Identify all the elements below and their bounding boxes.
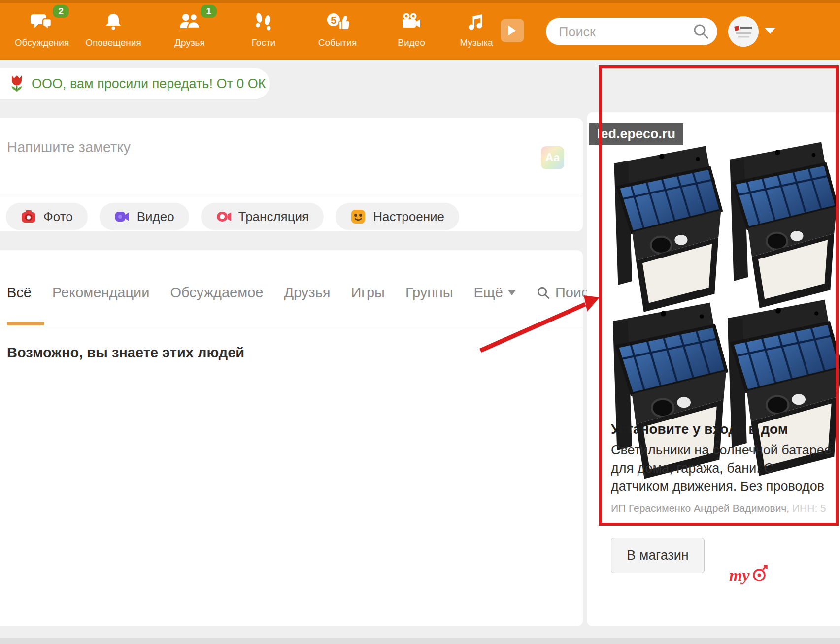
tab-recommendations[interactable]: Рекомендации [52,285,149,301]
divider [0,196,583,196]
action-label: Трансляция [238,209,309,225]
tab-more[interactable]: Ещё [474,285,516,301]
nav-label: Оповещения [76,37,150,48]
ad-title: Установите у входа в дом [611,421,788,437]
events-count: 5 [331,14,336,26]
action-label: Видео [137,209,174,225]
global-search [546,18,717,45]
user-avatar[interactable] [728,16,759,47]
active-tab-underline [7,322,44,325]
feed-card: Всё Рекомендации Обсуждаемое Друзья Игры… [0,250,583,626]
tab-search[interactable]: Поиск [537,285,595,301]
search-input[interactable] [558,23,693,41]
profile-menu-caret[interactable] [765,28,775,39]
top-navigation-bar: 2 Обсуждения Оповещения 1 Друзья [0,0,840,60]
sidebar-ad-card[interactable]: led.epeco.ru Установите у входа в дом Св… [587,112,840,626]
mood-smiley-icon [350,209,366,225]
broadcast-icon [216,209,232,225]
note-input[interactable]: Напишите заметку [7,139,131,156]
footprints-icon [227,8,301,36]
divider [0,327,583,327]
people-suggestions-heading: Возможно, вы знаете этих людей [7,345,244,361]
play-icon [508,25,521,36]
search-icon [537,286,550,300]
note-composer-card: Напишите заметку Aa Фото Видео [0,118,583,231]
nav-label: Гости [227,37,301,48]
nav-label: Видео [374,37,448,48]
search-icon[interactable] [693,23,709,40]
mini-player-button[interactable] [501,19,524,42]
shop-button[interactable]: В магазин [611,538,705,573]
feed-tabs: Всё Рекомендации Обсуждаемое Друзья Игры… [7,285,595,301]
tab-discussed[interactable]: Обсуждаемое [170,285,263,301]
nav-item-events[interactable]: 5 События [301,8,374,48]
ad-disclaimer: ИП Герасименко Андрей Вадимович, ИНН: 5 [611,502,826,514]
video-button[interactable]: Видео [100,203,189,230]
svg-text:my: my [729,566,750,584]
composer-actions: Фото Видео Трансляция Настрое [6,203,459,230]
nav-label: Обсуждения [5,37,79,48]
tab-friends[interactable]: Друзья [284,285,330,301]
text-style-button[interactable]: Aa [541,146,564,169]
action-label: Настроение [373,209,444,225]
nav-label: Друзья [153,37,227,48]
nav-item-video[interactable]: Видео [374,8,448,48]
mood-button[interactable]: Настроение [336,203,459,230]
tab-all[interactable]: Всё [7,285,32,301]
mytarget-logo-icon: my [728,563,768,588]
tab-games[interactable]: Игры [351,285,384,301]
friends-badge: 1 [201,5,217,18]
people-icon: 1 [153,8,227,36]
chat-bubbles-icon: 2 [5,8,79,36]
gift-notification-banner[interactable]: ООО, вам просили передать! От 0 ОК [0,68,270,99]
bell-icon [76,8,150,36]
nav-item-guests[interactable]: Гости [227,8,301,48]
action-label: Фото [43,209,73,225]
page-bottom-edge [0,638,840,644]
photo-button[interactable]: Фото [6,203,88,230]
nav-label: События [301,37,374,48]
photo-camera-icon [21,209,36,225]
nav-item-discussions[interactable]: 2 Обсуждения [5,8,79,48]
tab-groups[interactable]: Группы [405,285,453,301]
nav-item-friends[interactable]: 1 Друзья [153,8,227,48]
tulip-icon [9,74,25,93]
video-camera-icon [374,8,448,36]
chevron-down-icon [508,290,516,299]
video-clip-icon [114,209,130,225]
ad-domain-label[interactable]: led.epeco.ru [589,123,683,145]
events-thumb-icon: 5 [301,8,374,36]
broadcast-button[interactable]: Трансляция [201,203,324,230]
nav-item-notifications[interactable]: Оповещения [76,8,150,48]
tab-more-label: Ещё [474,285,503,301]
banner-text: ООО, вам просили передать! От 0 ОК [32,76,266,92]
ad-description: Светильники на солнечной батарее для дом… [611,441,834,496]
discussions-badge: 2 [53,5,69,18]
